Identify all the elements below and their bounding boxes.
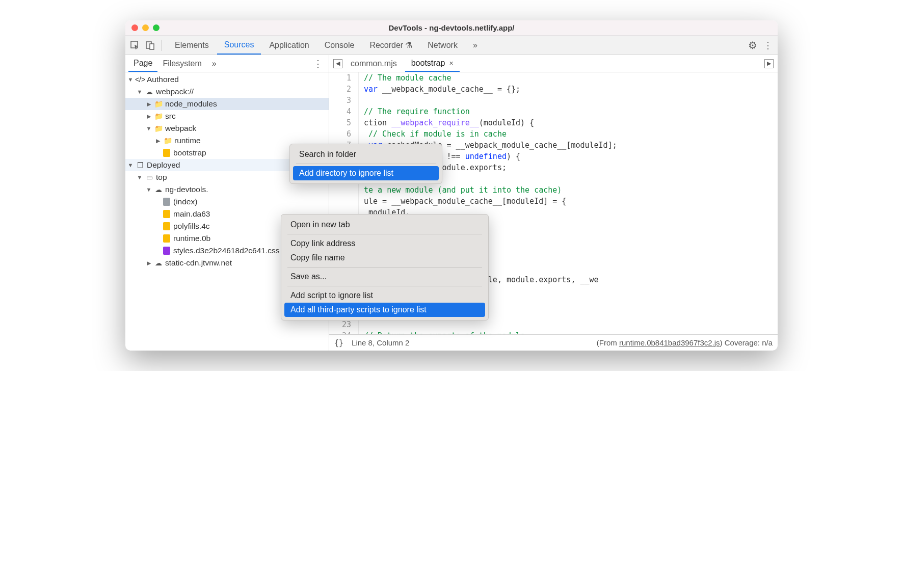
kebab-icon[interactable]: ⋮ [761, 39, 775, 52]
panel-tabs: Elements Sources Application Console Rec… [168, 36, 744, 55]
nav-back-icon[interactable]: ◀ [333, 59, 342, 68]
source-link[interactable]: runtime.0b841bad3967f3c2.js [619, 338, 720, 347]
menu-copy-link[interactable]: Copy link address [284, 236, 485, 251]
menu-add-all-ignore[interactable]: Add all third-party scripts to ignore li… [284, 303, 485, 317]
tab-recorder[interactable]: Recorder ⚗ [362, 36, 419, 55]
folder-icon: 📁 [154, 124, 163, 133]
inspect-icon[interactable] [128, 39, 142, 52]
js-file-icon [163, 234, 170, 243]
js-file-icon [163, 210, 170, 218]
sidebar-tab-filesystem[interactable]: Filesystem [157, 56, 206, 71]
menu-separator [287, 286, 482, 286]
tree-src[interactable]: ▶📁src [125, 110, 329, 122]
editor-footer: {} Line 8, Column 2 (From runtime.0b841b… [329, 334, 778, 351]
menu-separator [287, 267, 482, 268]
separator [161, 40, 162, 51]
menu-add-dir-ignore[interactable]: Add directory to ignore list [293, 166, 439, 180]
cloud-icon: ☁ [154, 258, 163, 268]
menu-separator [287, 234, 482, 234]
more-tabs-icon[interactable]: » [466, 36, 485, 55]
gear-icon[interactable]: ⚙ [746, 39, 759, 52]
menu-search-folder[interactable]: Search in folder [293, 147, 439, 162]
window-title: DevTools - ng-devtools.netlify.app/ [125, 23, 778, 32]
file-tab-common[interactable]: common.mjs [344, 56, 403, 71]
flask-icon: ⚗ [405, 40, 412, 50]
svg-rect-2 [150, 44, 154, 49]
titlebar: DevTools - ng-devtools.netlify.app/ [125, 20, 778, 36]
code-icon: </> [136, 75, 145, 84]
folder-icon: 📁 [154, 112, 163, 121]
coverage-info: (From runtime.0b841bad3967f3c2.js) Cover… [597, 338, 773, 347]
menu-save-as[interactable]: Save as... [284, 270, 485, 284]
folder-icon: 📁 [154, 99, 163, 109]
device-icon[interactable] [144, 39, 157, 52]
css-file-icon [163, 247, 170, 255]
cloud-icon: ☁ [154, 185, 163, 194]
tab-application[interactable]: Application [262, 36, 316, 55]
cursor-position: Line 8, Column 2 [352, 338, 409, 347]
file-tabs: ◀ common.mjs bootstrap× ▶ [329, 55, 778, 72]
tree-ngdevtools[interactable]: ▼☁ng-devtools. [125, 183, 329, 196]
tree-webpack-scheme[interactable]: ▼☁webpack:// [125, 86, 329, 98]
nav-fwd-icon[interactable]: ▶ [764, 59, 774, 68]
sidebar-more-icon[interactable]: » [207, 56, 222, 71]
menu-add-script-ignore[interactable]: Add script to ignore list [284, 288, 485, 303]
menu-open-tab[interactable]: Open in new tab [284, 218, 485, 232]
deployed-icon: ❒ [136, 161, 145, 170]
tab-network[interactable]: Network [420, 36, 465, 55]
menu-copy-name[interactable]: Copy file name [284, 251, 485, 265]
tree-webpack-dir[interactable]: ▼📁webpack [125, 122, 329, 135]
tab-sources[interactable]: Sources [217, 36, 261, 55]
svg-rect-0 [131, 41, 138, 48]
folder-icon: 📁 [163, 136, 172, 145]
pretty-print-icon[interactable]: {} [334, 338, 343, 348]
sidebar-tab-page[interactable]: Page [128, 56, 157, 72]
tree-authored[interactable]: ▼</>Authored [125, 73, 329, 86]
close-icon[interactable]: × [449, 59, 453, 67]
file-tab-bootstrap[interactable]: bootstrap× [405, 56, 460, 72]
devtools-window: DevTools - ng-devtools.netlify.app/ Elem… [125, 20, 778, 351]
js-file-icon [163, 149, 170, 157]
menu-separator [296, 164, 436, 164]
tab-elements[interactable]: Elements [168, 36, 216, 55]
tree-index[interactable]: (index) [125, 196, 329, 208]
frame-icon: ▭ [145, 173, 154, 182]
sidebar-kebab-icon[interactable]: ⋮ [307, 58, 329, 69]
main-toolbar: Elements Sources Application Console Rec… [125, 36, 778, 55]
tree-node-modules[interactable]: ▶📁node_modules [125, 98, 329, 110]
file-icon [163, 198, 170, 206]
sidebar-tabs: Page Filesystem » ⋮ [125, 55, 329, 72]
folder-context-menu: Search in folder Add directory to ignore… [289, 144, 442, 184]
file-context-menu: Open in new tab Copy link address Copy f… [281, 214, 489, 320]
js-file-icon [163, 222, 170, 230]
tab-console[interactable]: Console [317, 36, 362, 55]
cloud-icon: ☁ [145, 87, 154, 96]
